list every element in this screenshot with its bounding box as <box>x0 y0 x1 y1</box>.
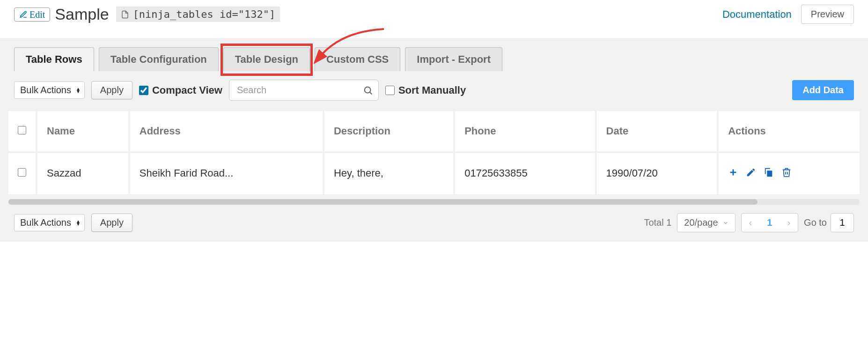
apply-button[interactable]: Apply <box>91 81 132 99</box>
column-actions: Actions <box>719 111 860 151</box>
tab-import-export[interactable]: Import - Export <box>405 47 502 71</box>
column-name: Name <box>37 111 128 151</box>
goto-label: Go to <box>804 217 827 228</box>
document-icon <box>121 10 129 19</box>
row-checkbox[interactable] <box>18 168 26 177</box>
select-arrows-icon: ▲▼ <box>76 220 81 226</box>
bulk-actions-select-footer[interactable]: Bulk Actions ▲▼ <box>14 214 85 231</box>
cell: 1990/07/20 <box>597 153 717 194</box>
cell: 01725633855 <box>455 153 595 194</box>
search-icon <box>363 85 373 96</box>
delete-icon[interactable] <box>781 167 792 180</box>
shortcode-text: [ninja_tables id="132"] <box>133 8 276 20</box>
preview-button[interactable]: Preview <box>801 5 854 24</box>
column-date: Date <box>597 111 717 151</box>
tab-table-design[interactable]: Table Design <box>223 47 310 71</box>
search-input[interactable] <box>229 80 379 101</box>
cell: Sazzad <box>37 153 128 194</box>
edit-icon[interactable] <box>746 167 756 180</box>
documentation-link[interactable]: Documentation <box>722 8 792 21</box>
tab-table-rows[interactable]: Table Rows <box>14 47 94 71</box>
edit-button[interactable]: Edit <box>14 7 50 22</box>
prev-page[interactable]: ‹ <box>742 214 760 232</box>
svg-rect-4 <box>767 170 772 177</box>
bulk-actions-select[interactable]: Bulk Actions ▲▼ <box>14 81 85 99</box>
tab-table-configuration[interactable]: Table Configuration <box>99 47 219 71</box>
page-size-select[interactable]: 20/page <box>677 213 735 232</box>
bulk-actions-label-footer: Bulk Actions <box>20 217 71 228</box>
sort-manually-label: Sort Manually <box>398 84 466 96</box>
select-arrows-icon: ▲▼ <box>76 88 81 93</box>
cell: Sheikh Farid Road... <box>130 153 323 194</box>
goto-input[interactable] <box>831 213 854 232</box>
next-page[interactable]: › <box>780 214 798 232</box>
horizontal-scrollbar[interactable] <box>8 199 860 205</box>
column-phone: Phone <box>455 111 595 151</box>
sort-manually-checkbox[interactable] <box>385 86 395 95</box>
select-all-checkbox[interactable] <box>18 126 26 134</box>
pagination: ‹ 1 › <box>741 213 798 232</box>
shortcode-display[interactable]: [ninja_tables id="132"] <box>116 7 280 22</box>
svg-point-0 <box>365 87 371 93</box>
cell: Hey, there, <box>324 153 453 194</box>
total-text: Total 1 <box>644 217 671 228</box>
compact-view-label: Compact View <box>152 84 222 96</box>
page-title: Sample <box>55 5 109 23</box>
column-description: Description <box>324 111 453 151</box>
copy-icon[interactable] <box>764 167 774 180</box>
sort-manually-toggle[interactable]: Sort Manually <box>385 84 466 96</box>
table-row: SazzadSheikh Farid Road...Hey, there,017… <box>8 153 860 194</box>
chevron-down-icon <box>723 220 728 226</box>
bulk-actions-label: Bulk Actions <box>20 85 71 96</box>
svg-line-1 <box>370 92 372 94</box>
column-address: Address <box>130 111 323 151</box>
data-table: NameAddressDescriptionPhoneDateActions S… <box>7 109 861 196</box>
add-data-button[interactable]: Add Data <box>792 80 854 100</box>
add-icon[interactable] <box>728 167 738 180</box>
tab-custom-css[interactable]: Custom CSS <box>315 47 400 71</box>
edit-label: Edit <box>29 10 45 19</box>
compact-view-toggle[interactable]: Compact View <box>139 84 222 96</box>
pencil-icon <box>19 10 28 19</box>
apply-button-footer[interactable]: Apply <box>91 214 132 232</box>
compact-view-checkbox[interactable] <box>139 86 148 95</box>
current-page[interactable]: 1 <box>759 214 780 232</box>
